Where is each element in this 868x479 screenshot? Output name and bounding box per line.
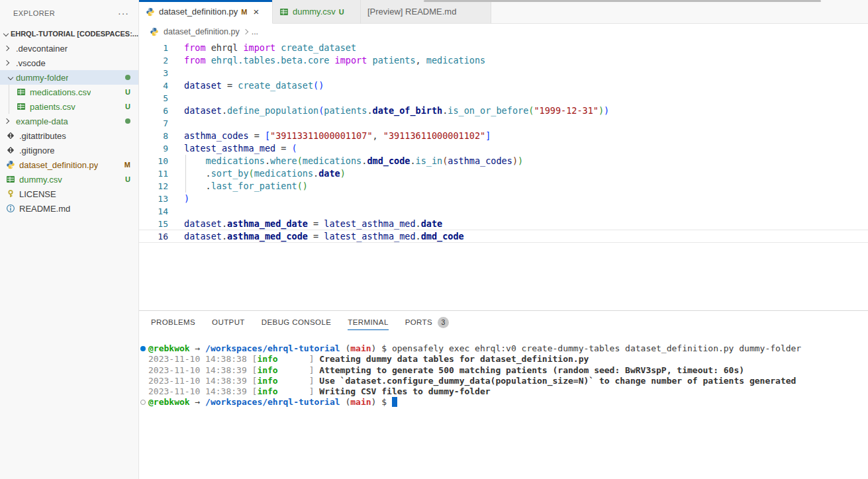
- tree-item-label: dummy.csv: [19, 175, 62, 185]
- code-line-text: dataset = create_dataset(): [184, 79, 324, 92]
- panel-tab-terminal[interactable]: TERMINAL: [348, 311, 388, 333]
- tab-label: dataset_definition.py: [159, 7, 238, 17]
- explorer-sidebar: EXPLORER ··· EHRQL-TUTORIAL [CODESPACES:…: [0, 0, 139, 479]
- code-line-6[interactable]: 6dataset.define_population(patients.date…: [139, 105, 868, 117]
- panel-tab-debug-console[interactable]: DEBUG CONSOLE: [262, 311, 332, 333]
- git-status-badge: U: [339, 8, 344, 16]
- code-line-9[interactable]: 9latest_asthma_med = (: [139, 142, 868, 155]
- tree-item-medications-csv[interactable]: medications.csvU: [0, 85, 138, 99]
- tree-item-license[interactable]: LICENSE: [0, 187, 138, 201]
- tree-item-dummy-folder[interactable]: dummy-folder: [0, 70, 138, 85]
- git-file-icon: [5, 131, 16, 140]
- code-line-text: from ehrql import create_dataset: [184, 42, 356, 54]
- breadcrumb-file[interactable]: dataset_definition.py: [164, 27, 240, 36]
- panel-tab-ports[interactable]: PORTS3: [405, 311, 449, 333]
- python-file-icon: [5, 160, 16, 169]
- tree-item-label: example-data: [16, 116, 68, 126]
- panel-tab-label: OUTPUT: [212, 318, 245, 326]
- code-line-text: dataset.define_population(patients.date_…: [184, 105, 609, 117]
- terminal[interactable]: @rebkwok → /workspaces/ehrql-tutorial (m…: [139, 333, 868, 479]
- tree-item-dummy-csv[interactable]: dummy.csvU: [0, 172, 138, 187]
- line-number: 11: [139, 167, 168, 180]
- code-line-15[interactable]: 15dataset.asthma_med_date = latest_asthm…: [139, 218, 868, 230]
- terminal-line: @rebkwok → /workspaces/ehrql-tutorial (m…: [139, 343, 868, 354]
- tree-item-gitattributes[interactable]: .gitattributes: [0, 128, 138, 143]
- code-line-5[interactable]: 5: [139, 92, 868, 105]
- tabbar-empty-space: [491, 0, 868, 24]
- tab-preview-readme-md[interactable]: [Preview] README.md: [361, 0, 491, 24]
- tab-dummy-csv[interactable]: dummy.csvU: [273, 0, 361, 24]
- line-number: 14: [139, 205, 168, 218]
- code-line-11[interactable]: 11 .sort_by(medications.date): [139, 167, 868, 180]
- code-line-text: asthma_codes = ["39113311000001107", "39…: [184, 130, 491, 142]
- line-number: 7: [139, 117, 168, 130]
- code-line-16[interactable]: 16dataset.asthma_med_code = latest_asthm…: [139, 230, 868, 243]
- line-number: 8: [139, 130, 168, 142]
- code-line-7[interactable]: 7: [139, 117, 868, 130]
- tree-item-label: README.md: [19, 204, 70, 214]
- tree-item-vscode[interactable]: .vscode: [0, 56, 138, 70]
- line-number: 1: [139, 42, 168, 54]
- line-number: 5: [139, 92, 168, 105]
- tree-item-devcontainer[interactable]: .devcontainer: [0, 41, 138, 56]
- ports-count-badge: 3: [438, 317, 449, 328]
- chevron-right-icon: [5, 119, 16, 123]
- code-line-10[interactable]: 10 medications.where(medications.dmd_cod…: [139, 155, 868, 167]
- code-line-text: .last_for_patient(): [184, 180, 308, 193]
- terminal-line: 2023-11-10 14:38:39 [info ] Attempting t…: [139, 365, 868, 376]
- command-decoration-icon[interactable]: [140, 346, 146, 351]
- line-number: 6: [139, 105, 168, 117]
- tabbar-scrollbar[interactable]: [424, 0, 821, 2]
- git-status-badge: U: [125, 88, 130, 96]
- tree-item-readme-md[interactable]: README.md: [0, 201, 138, 216]
- code-line-14[interactable]: 14: [139, 205, 868, 218]
- code-line-13[interactable]: 13): [139, 193, 868, 205]
- breadcrumb-more[interactable]: ...: [252, 27, 258, 36]
- panel-tab-label: PROBLEMS: [151, 318, 195, 326]
- tree-item-dataset-definition-py[interactable]: dataset_definition.pyM: [0, 157, 138, 172]
- line-number: 2: [139, 54, 168, 67]
- code-line-text: dataset.asthma_med_code = latest_asthma_…: [184, 230, 464, 243]
- code-line-text: ): [184, 193, 189, 205]
- changes-dot-icon: [125, 75, 130, 80]
- terminal-cursor: [392, 397, 397, 407]
- license-file-icon: [5, 189, 16, 198]
- tab-dataset-definition-py[interactable]: dataset_definition.pyM×: [139, 0, 273, 24]
- python-file-icon: [150, 27, 159, 36]
- tree-item-example-data[interactable]: example-data: [0, 114, 138, 128]
- panel-tab-problems[interactable]: PROBLEMS: [151, 311, 195, 333]
- code-editor[interactable]: 1from ehrql import create_dataset2from e…: [139, 40, 868, 310]
- editor-tabbar: dataset_definition.pyM×dummy.csvU[Previe…: [139, 0, 868, 24]
- panel-tab-label: DEBUG CONSOLE: [262, 318, 332, 326]
- changes-dot-icon: [125, 118, 130, 124]
- tree-item-patients-csv[interactable]: patients.csvU: [0, 99, 138, 114]
- bottom-panel: PROBLEMSOUTPUTDEBUG CONSOLETERMINALPORTS…: [139, 310, 868, 479]
- code-line-text: dataset.asthma_med_date = latest_asthma_…: [184, 218, 442, 230]
- code-line-4[interactable]: 4dataset = create_dataset(): [139, 79, 868, 92]
- tree-item-label: .vscode: [16, 58, 46, 68]
- explorer-title: EXPLORER: [13, 9, 55, 17]
- line-number: 12: [139, 180, 168, 193]
- tree-item-label: LICENSE: [19, 189, 56, 199]
- code-line-1[interactable]: 1from ehrql import create_dataset: [139, 42, 868, 54]
- code-line-12[interactable]: 12 .last_for_patient(): [139, 180, 868, 193]
- chevron-down-icon: [2, 32, 11, 36]
- tree-item-label: medications.csv: [30, 87, 91, 97]
- code-line-8[interactable]: 8asthma_codes = ["39113311000001107", "3…: [139, 130, 868, 142]
- more-actions-icon[interactable]: ···: [118, 8, 129, 19]
- workspace-root-item[interactable]: EHRQL-TUTORIAL [CODESPACES:...: [0, 26, 138, 41]
- code-line-text: latest_asthma_med = (: [184, 142, 297, 155]
- panel-tabbar: PROBLEMSOUTPUTDEBUG CONSOLETERMINALPORTS…: [139, 311, 868, 333]
- code-line-text: from ehrql.tables.beta.core import patie…: [184, 54, 485, 67]
- tab-label: dummy.csv: [293, 7, 336, 17]
- line-number: 10: [139, 155, 168, 167]
- python-file-icon: [146, 7, 155, 17]
- command-decoration-icon[interactable]: [140, 400, 146, 405]
- code-line-3[interactable]: 3: [139, 67, 868, 79]
- close-icon[interactable]: ×: [253, 7, 259, 17]
- tree-item-gitignore[interactable]: .gitignore: [0, 143, 138, 157]
- git-file-icon: [5, 146, 16, 155]
- code-line-2[interactable]: 2from ehrql.tables.beta.core import pati…: [139, 54, 868, 67]
- panel-tab-output[interactable]: OUTPUT: [212, 311, 245, 333]
- line-number: 3: [139, 67, 168, 79]
